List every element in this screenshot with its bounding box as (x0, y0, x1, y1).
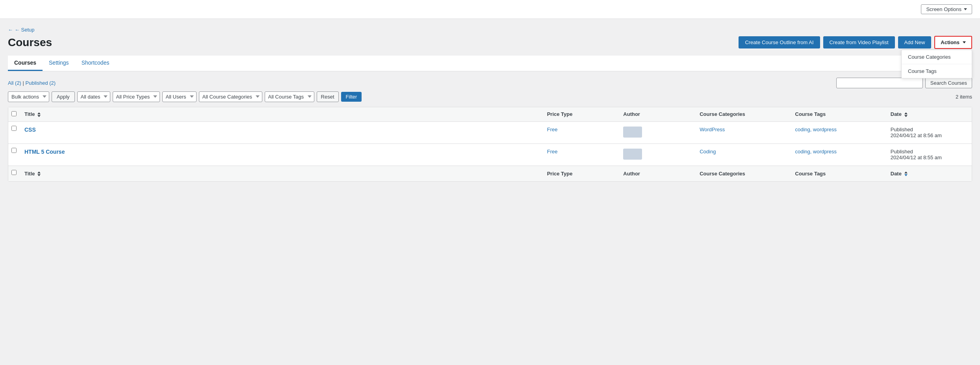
header-course-categories: Course Categories (695, 107, 790, 122)
row1-title-cell: CSS (20, 121, 542, 143)
filter-button[interactable]: Filter (341, 92, 362, 102)
row2-checkbox-cell (8, 143, 20, 166)
row1-price-type: Free (542, 121, 619, 143)
table-header-row: Title Price Type Author Course Ca (8, 107, 972, 122)
row2-categories-link[interactable]: Coding (700, 149, 716, 155)
footer-title[interactable]: Title (20, 166, 542, 181)
tab-courses[interactable]: Courses (8, 56, 43, 71)
price-types-select[interactable]: All Price Types (113, 91, 160, 102)
footer-select-all-checkbox[interactable] (11, 170, 17, 175)
row2-title-link[interactable]: HTML 5 Course (24, 149, 65, 155)
footer-price-type: Price Type (542, 166, 619, 181)
select-all-checkbox[interactable] (11, 111, 17, 116)
title-sort-icon (37, 112, 41, 117)
row1-checkbox-cell (8, 121, 20, 143)
main-content: ← ← Setup Courses Create Course Outline … (0, 19, 980, 190)
row2-tags: coding, wordpress (791, 143, 886, 166)
row2-price-type-link[interactable]: Free (547, 149, 558, 155)
courses-table: Title Price Type Author Course Ca (8, 107, 972, 181)
header-title[interactable]: Title (20, 107, 542, 122)
setup-breadcrumb-label: ← Setup (15, 27, 35, 33)
actions-chevron-icon (963, 41, 966, 43)
setup-breadcrumb[interactable]: ← ← Setup (8, 27, 35, 33)
create-playlist-button[interactable]: Create from Video Playlist (823, 36, 895, 48)
row2-checkbox[interactable] (11, 148, 17, 153)
page-wrapper: Screen Options ← ← Setup Courses Create … (0, 0, 980, 365)
row2-avatar (623, 149, 642, 160)
header-date[interactable]: Date (886, 107, 972, 122)
screen-options-label: Screen Options (926, 6, 961, 12)
dropdown-item-course-categories[interactable]: Course Categories (902, 50, 972, 64)
filters-row: Bulk actions Apply All dates All Price T… (8, 91, 972, 102)
row2-title-cell: HTML 5 Course (20, 143, 542, 166)
filter-count-area: All (2) | Published (2) (8, 80, 56, 86)
actions-dropdown-menu: Course Categories Course Tags (901, 50, 972, 78)
header-author: Author (618, 107, 695, 122)
course-tags-select[interactable]: All Course Tags (265, 91, 314, 102)
actions-wrapper: Actions Course Categories Course Tags (934, 36, 972, 49)
footer-author: Author (618, 166, 695, 181)
top-bar: Screen Options (0, 0, 980, 19)
add-new-button[interactable]: Add New (898, 36, 932, 48)
filter-all-link[interactable]: All (2) (8, 80, 23, 86)
footer-categories: Course Categories (695, 166, 790, 181)
row1-price-type-link[interactable]: Free (547, 127, 558, 132)
row1-tags-link[interactable]: coding, wordpress (795, 127, 837, 132)
header-checkbox-cell (8, 107, 20, 122)
search-input[interactable] (836, 78, 923, 88)
header-buttons: Create Course Outline from AI Create fro… (739, 36, 972, 49)
search-button[interactable]: Search Courses (925, 78, 972, 88)
apply-button[interactable]: Apply (52, 91, 75, 102)
date-sort-icon (904, 112, 908, 117)
footer-date[interactable]: Date (886, 166, 972, 181)
row1-categories-link[interactable]: WordPress (700, 127, 725, 132)
table-row: CSS Free WordPr (8, 121, 972, 143)
row2-author (618, 143, 695, 166)
actions-button[interactable]: Actions (934, 36, 972, 49)
footer-date-sort-icon (904, 171, 908, 176)
table-footer-row: Title Price Type Author Course Ca (8, 166, 972, 181)
chevron-down-icon (964, 8, 967, 10)
search-area: Search Courses (836, 78, 972, 88)
bulk-actions-select[interactable]: Bulk actions (8, 91, 49, 102)
course-categories-select[interactable]: All Course Categories (199, 91, 262, 102)
header-course-tags: Course Tags (791, 107, 886, 122)
create-outline-button[interactable]: Create Course Outline from AI (739, 36, 820, 48)
footer-tags: Course Tags (791, 166, 886, 181)
row2-tags-link[interactable]: coding, wordpress (795, 149, 837, 155)
row1-categories: WordPress (695, 121, 790, 143)
arrow-left-icon: ← (8, 27, 13, 33)
page-title: Courses (8, 36, 52, 49)
tab-shortcodes[interactable]: Shortcodes (75, 56, 116, 71)
users-select[interactable]: All Users (162, 91, 197, 102)
screen-options-button[interactable]: Screen Options (921, 4, 972, 14)
row2-categories: Coding (695, 143, 790, 166)
footer-checkbox-cell (8, 166, 20, 181)
row2-date: Published 2024/04/12 at 8:55 am (886, 143, 972, 166)
page-header: Courses Create Course Outline from AI Cr… (8, 36, 972, 49)
row1-checkbox[interactable] (11, 126, 17, 131)
reset-button[interactable]: Reset (317, 91, 339, 102)
items-count: 2 items (956, 94, 972, 100)
header-price-type: Price Type (542, 107, 619, 122)
row1-date: Published 2024/04/12 at 8:56 am (886, 121, 972, 143)
filter-bar-row: All (2) | Published (2) Search Courses (8, 78, 972, 88)
table-row: HTML 5 Course Free (8, 143, 972, 166)
actions-label: Actions (941, 39, 960, 45)
dropdown-item-course-tags[interactable]: Course Tags (902, 64, 972, 78)
row1-tags: coding, wordpress (791, 121, 886, 143)
all-dates-select[interactable]: All dates (77, 91, 110, 102)
tabs-bar: Courses Settings Shortcodes (8, 56, 972, 71)
row1-avatar (623, 127, 642, 138)
tab-settings[interactable]: Settings (43, 56, 75, 71)
row2-price-type: Free (542, 143, 619, 166)
row1-title-link[interactable]: CSS (24, 127, 36, 133)
row1-author (618, 121, 695, 143)
footer-title-sort-icon (37, 171, 41, 176)
filter-published-link[interactable]: Published (2) (26, 80, 56, 86)
courses-table-wrap: Title Price Type Author Course Ca (8, 107, 972, 182)
